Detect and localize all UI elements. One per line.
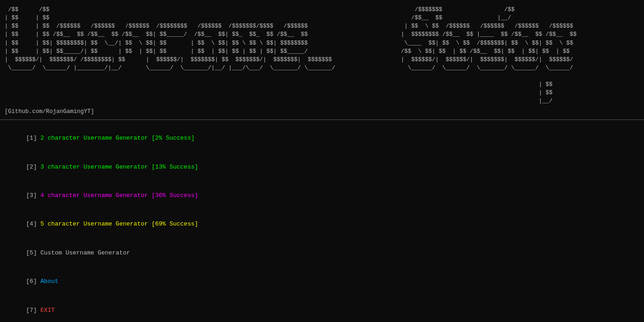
menu-success-2: [13% Success] [152, 164, 198, 170]
menu-label-4: 5 character Username Generator [40, 220, 152, 227]
menu-key-6: [6] [26, 278, 40, 285]
menu-key-5: [5] [26, 249, 40, 256]
menu-section: [1] 2 character Username Generator [2% S… [0, 122, 644, 322]
menu-item-1[interactable]: [1] 2 character Username Generator [2% S… [5, 124, 639, 153]
menu-key-3: [3] [26, 192, 40, 199]
top-divider [0, 119, 644, 120]
menu-label-1: 2 character Username Generator [40, 135, 152, 141]
menu-key-7: [7] [26, 307, 40, 314]
menu-item-2[interactable]: [2] 3 character Username Generator [13% … [5, 153, 639, 181]
menu-success-4: [69% Success] [152, 220, 198, 227]
ascii-art-block: /$$ /$$ /$$$$$$$ /$$ | $$ | $$ [0, 4, 644, 107]
menu-item-3[interactable]: [3] 4 character Username Generator [36% … [5, 181, 639, 210]
menu-key-2: [2] [26, 164, 40, 170]
menu-item-5[interactable]: [5] Custom Username Generator [5, 239, 639, 267]
menu-label-7: EXIT [40, 307, 55, 314]
menu-item-4[interactable]: [4] 5 character Username Generator [69% … [5, 210, 639, 239]
menu-success-1: [2% Success] [152, 135, 195, 141]
menu-label-2: 3 character Username Generator [40, 164, 152, 170]
menu-label-3: 4 character Username Generator [40, 192, 152, 199]
github-link: [Github.com/RojanGamingYT] [0, 107, 644, 118]
menu-item-7[interactable]: [7] EXIT [5, 296, 639, 322]
menu-key-4: [4] [26, 220, 40, 227]
menu-label-5: Custom Username Generator [40, 249, 130, 256]
menu-item-6[interactable]: [6] About [5, 267, 639, 296]
menu-key-1: [1] [26, 135, 40, 141]
menu-success-3: [36% Success] [152, 192, 198, 199]
menu-label-6: About [40, 278, 58, 285]
terminal-window: /$$ /$$ /$$$$$$$ /$$ | $$ | $$ [0, 0, 644, 322]
